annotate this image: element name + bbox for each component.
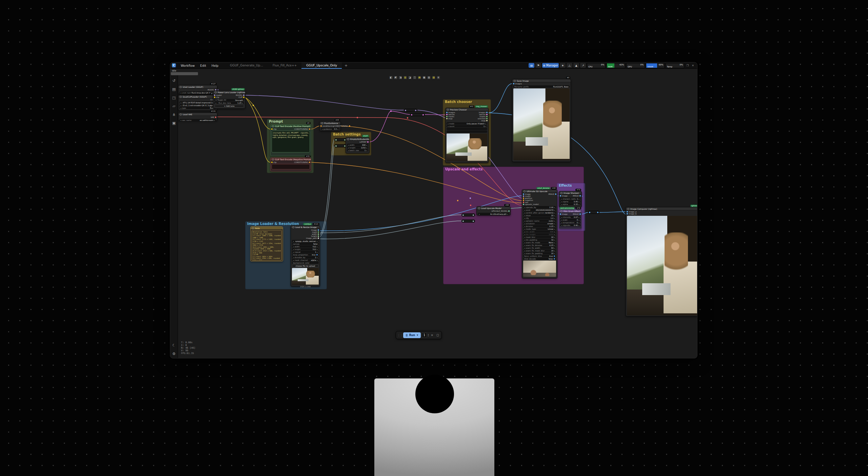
- widget-scale[interactable]: ◂scale8▸: [560, 219, 580, 221]
- collapsed-node[interactable]: [404, 109, 417, 112]
- collapsed-node[interactable]: [461, 213, 475, 216]
- input-image[interactable]: image: [559, 195, 568, 197]
- increment-arrow-icon[interactable]: ▸: [366, 149, 367, 151]
- increment-arrow-icon[interactable]: ▸: [317, 240, 318, 242]
- widget-intensity[interactable]: ◂intensity0.07▸: [560, 216, 580, 218]
- decrement-arrow-icon[interactable]: ◂: [524, 233, 525, 235]
- widget-count[interactable]: ◂count1▸: [447, 125, 487, 127]
- drag-handle-icon[interactable]: ⋮⋮: [397, 334, 402, 337]
- increment-arrow-icon[interactable]: ▸: [366, 144, 367, 146]
- widget-value[interactable]: ◂4x-UltraSharp.pth▸: [478, 213, 509, 215]
- decrement-arrow-icon[interactable]: ◂: [180, 92, 181, 94]
- decrement-arrow-icon[interactable]: ◂: [561, 203, 562, 205]
- widget-mask_blur[interactable]: ◂mask_blur16▸: [523, 236, 556, 238]
- increment-arrow-icon[interactable]: ▸: [578, 201, 579, 203]
- widget-value[interactable]: ◂syzygy_studio_woman_sitting_alone▸: [292, 240, 319, 242]
- increment-arrow-icon[interactable]: ▸: [554, 233, 555, 235]
- widget-flux_dev_lora[interactable]: ◂◦ flux_dev_lora1.25▸: [214, 102, 244, 104]
- node-title[interactable]: Ultimate SD Upscale: [522, 190, 557, 193]
- decrement-arrow-icon[interactable]: ◂: [524, 206, 525, 208]
- decrement-arrow-icon[interactable]: ◂: [524, 217, 525, 219]
- widget-button[interactable]: + Add Lora: [214, 105, 244, 107]
- widget-vignette[interactable]: ◂vignette0.40▸: [560, 224, 580, 226]
- widget-steps[interactable]: ◂steps20▸: [523, 214, 556, 216]
- node-image-comparer[interactable]: rgthreeImage Comparer (rgthree)image_aim…: [626, 207, 697, 316]
- node-title[interactable]: CLIP Text Encode (Negative Prompt): [271, 158, 311, 161]
- alert-triangle-icon[interactable]: △: [567, 63, 572, 68]
- theme-toggle-icon[interactable]: ☾: [171, 341, 178, 350]
- decrement-arrow-icon[interactable]: ◂: [524, 247, 525, 249]
- widget-alpha[interactable]: ◂alpha0.35▸: [560, 203, 580, 205]
- decrement-arrow-icon[interactable]: ◂: [180, 102, 181, 104]
- align-button[interactable]: ▨: [432, 76, 436, 80]
- chevron-down-icon[interactable]: ∨: [416, 334, 418, 336]
- input-clip[interactable]: clip: [271, 161, 277, 163]
- widget-type[interactable]: ◂typeflux▸: [179, 107, 216, 109]
- decrement-arrow-icon[interactable]: ◂: [524, 239, 525, 241]
- node-title[interactable]: Note: [251, 227, 283, 230]
- align-button[interactable]: ▦: [422, 76, 426, 80]
- decrement-arrow-icon[interactable]: ◂: [293, 251, 294, 253]
- decrement-arrow-icon[interactable]: ◂: [524, 236, 525, 238]
- widget-width[interactable]: ◂width896▸: [347, 144, 368, 146]
- workflow-history-icon[interactable]: ↺: [171, 77, 178, 85]
- node-power-lora-loader[interactable]: #192 rgthreePower Lora Loader (rgthree)m…: [213, 90, 245, 109]
- node-preview-chooser[interactable]: #61img_chooserPreview Chooserimageslaten…: [445, 108, 489, 163]
- decrement-arrow-icon[interactable]: ◂: [524, 223, 525, 225]
- node-title[interactable]: Preview Chooser: [446, 108, 488, 111]
- node-title[interactable]: Save Image: [512, 79, 571, 82]
- node-title[interactable]: Unet Loader (GGUF): [178, 85, 217, 88]
- widget-mask_channel[interactable]: ◂mask_channelalpha▸: [292, 259, 319, 261]
- node-title[interactable]: Power Lora Loader (rgthree): [213, 91, 245, 94]
- decrement-arrow-icon[interactable]: ◂: [293, 256, 294, 258]
- widget-value[interactable]: [447, 130, 487, 133]
- increment-arrow-icon[interactable]: ▸: [242, 102, 243, 104]
- output-IMAGE[interactable]: IMAGE: [573, 213, 581, 215]
- increment-arrow-icon[interactable]: ▸: [554, 223, 555, 225]
- widget-force_uniform_tiles[interactable]: force_uniform_tilestrue: [523, 255, 556, 257]
- collapsed-node[interactable]: [588, 211, 599, 214]
- widget-control_after_generate[interactable]: ◂control_after_generaterandomize▸: [523, 211, 556, 214]
- increment-arrow-icon[interactable]: ▸: [554, 217, 555, 219]
- widget-divisible_by[interactable]: ◂divisible_by2▸: [292, 256, 319, 258]
- widget-seam_fix_mode[interactable]: ◂seam_fix_modeNone▸: [523, 241, 556, 244]
- decrement-arrow-icon[interactable]: ◂: [524, 214, 525, 216]
- node-note[interactable]: NoteResolution Table 2.0 MP (Flux maximu…: [250, 226, 283, 262]
- align-button[interactable]: ▧: [427, 76, 431, 80]
- decrement-arrow-icon[interactable]: ◂: [524, 225, 525, 227]
- input-images[interactable]: images: [513, 83, 522, 85]
- output-VAE[interactable]: VAE: [211, 116, 217, 118]
- output-CONDITIONING[interactable]: CONDITIONING: [294, 128, 311, 130]
- widget-value[interactable]: ◂ViT-L-14-TEXT-detail-improved-GmP▸: [179, 101, 216, 104]
- output-image_path[interactable]: image_path: [306, 237, 319, 239]
- decrement-arrow-icon[interactable]: ◂: [322, 128, 323, 130]
- increment-arrow-icon[interactable]: ▸: [578, 203, 579, 205]
- widget-vae_name[interactable]: ◂vae_nameae.safetensors▸: [179, 119, 216, 121]
- node-title[interactable]: DualCLIPLoader (GGUF): [178, 95, 217, 98]
- increment-arrow-icon[interactable]: ▸: [554, 214, 555, 216]
- widget-ToggleAll[interactable]: ⏻ Toggle AllStrength: [214, 99, 244, 101]
- node-save-image[interactable]: #9Save Imageimagesfilename_prefixfluxGGU…: [512, 79, 571, 162]
- node-title[interactable]: FluxGuidance: [320, 122, 340, 125]
- node-load-resize-image[interactable]: comfyui#121Load & Resize ImageImagemaskw…: [291, 225, 320, 287]
- decrement-arrow-icon[interactable]: ◂: [348, 149, 349, 151]
- node-title[interactable]: Load Upscale Model: [477, 207, 510, 210]
- collapsed-node[interactable]: [410, 113, 425, 116]
- widget-seam_fix_mask_blur[interactable]: ◂seam_fix_mask_blur16▸: [523, 249, 556, 252]
- window-control-icon[interactable]: ✕: [691, 64, 695, 67]
- widget-value[interactable]: [447, 128, 487, 130]
- bookmark-icon[interactable]: ⚑: [535, 63, 541, 68]
- increment-arrow-icon[interactable]: ▸: [554, 212, 555, 214]
- widget-repeat[interactable]: ◂repeat1▸: [292, 251, 319, 253]
- widget-button[interactable]: choose file to upload: [292, 265, 319, 267]
- text-area[interactable]: cinematic film still, PROMPT - vignette,…: [272, 131, 310, 152]
- increment-arrow-icon[interactable]: ▸: [578, 216, 579, 218]
- increment-arrow-icon[interactable]: ▸: [317, 246, 318, 248]
- output-UPSCALE_MODEL[interactable]: UPSCALE_MODEL: [491, 210, 510, 212]
- increment-arrow-icon[interactable]: ▸: [337, 128, 338, 130]
- increment-arrow-icon[interactable]: ▸: [317, 259, 318, 261]
- input-image_b[interactable]: image_b: [626, 213, 636, 215]
- widget-height[interactable]: ◂height512▸: [292, 248, 319, 250]
- increment-arrow-icon[interactable]: ▸: [507, 213, 508, 215]
- gallery-icon[interactable]: ▣: [171, 119, 178, 127]
